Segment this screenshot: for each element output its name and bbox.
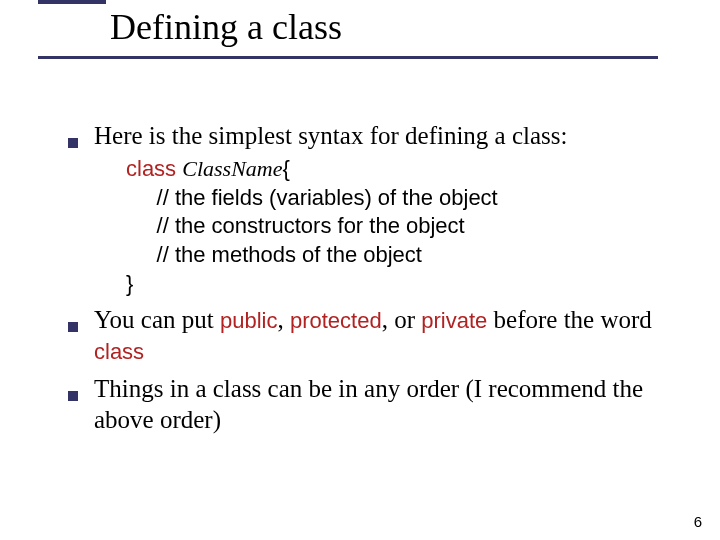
bullet-square-icon [68, 391, 78, 401]
code-line-close: } [126, 270, 668, 299]
bullet-item-2: You can put public, protected, or privat… [68, 304, 668, 367]
slide-title: Defining a class [110, 6, 342, 48]
code-block: class ClassName{ // the fields (variable… [126, 155, 668, 298]
bullet-3-text: Things in a class can be in any order (I… [94, 373, 668, 436]
keyword-class: class [126, 156, 182, 181]
code-line-open: class ClassName{ [126, 155, 668, 184]
classname-italic: ClassName [182, 156, 282, 181]
code-line-fields: // the fields (variables) of the object [126, 184, 668, 213]
bullet-item-3: Things in a class can be in any order (I… [68, 373, 668, 436]
bullet-square-icon [68, 322, 78, 332]
b2-pre: You can put [94, 306, 220, 333]
slide: Defining a class Here is the simplest sy… [0, 0, 720, 540]
bullet-2-text: You can put public, protected, or privat… [94, 304, 652, 367]
b2-sep2: , or [382, 306, 422, 333]
title-underline-bar [38, 56, 658, 59]
bullet-item-1: Here is the simplest syntax for defining… [68, 120, 668, 151]
keyword-class-inline: class [94, 339, 144, 364]
b2-sep1: , [277, 306, 290, 333]
title-accent-bar-top [38, 0, 106, 4]
brace-open: { [283, 156, 290, 181]
page-number: 6 [694, 513, 702, 530]
content-area: Here is the simplest syntax for defining… [68, 120, 668, 435]
b2-after: before the word [487, 306, 652, 333]
code-line-constructors: // the constructors for the object [126, 212, 668, 241]
bullet-square-icon [68, 138, 78, 148]
keyword-public: public [220, 308, 277, 333]
keyword-protected: protected [290, 308, 382, 333]
code-line-methods: // the methods of the object [126, 241, 668, 270]
keyword-private: private [421, 308, 487, 333]
bullet-1-text: Here is the simplest syntax for defining… [94, 120, 568, 151]
